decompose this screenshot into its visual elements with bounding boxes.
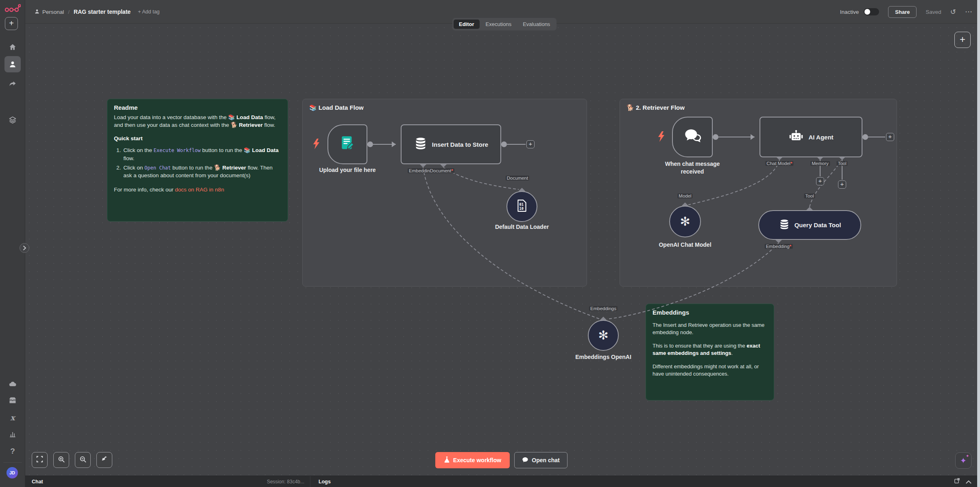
chat-panel-title: Chat (32, 479, 43, 485)
scrollbar[interactable] (977, 0, 980, 487)
port-label-document: Document (506, 176, 529, 180)
breadcrumb-project[interactable]: Personal (34, 9, 64, 15)
readme-more-info: For more info, check our docs on RAG in … (114, 186, 281, 193)
form-trigger-icon (339, 135, 356, 154)
saved-status: Saved (925, 9, 941, 15)
node-query-data-tool[interactable]: Query Data Tool (758, 210, 861, 240)
variables-icon: x (10, 413, 15, 422)
robot-icon (788, 129, 804, 145)
tab-evaluations[interactable]: Evaluations (517, 20, 555, 29)
binary-file-icon: 0110 (516, 199, 528, 214)
home-icon (9, 43, 17, 51)
bar-chart-icon (9, 430, 17, 438)
add-memory-button[interactable]: + (816, 177, 824, 185)
avatar[interactable]: JD (7, 467, 18, 478)
readme-title: Readme (107, 99, 288, 113)
sidebar-item-layers[interactable] (4, 112, 21, 128)
embeddings-sticky-note[interactable]: Embeddings The Insert and Retrieve opera… (646, 304, 774, 400)
embeddings-note-title: Embeddings (646, 304, 774, 318)
openai-icon: ✻ (598, 329, 608, 341)
open-chat-button[interactable]: Open chat (514, 452, 567, 468)
view-tabs: Editor Executions Evaluations (452, 18, 557, 30)
execute-workflow-button[interactable]: Execute workflow (435, 452, 510, 468)
rag-docs-link[interactable]: docs on RAG in n8n (175, 187, 224, 193)
zoom-in-button[interactable] (53, 452, 69, 468)
zoom-to-fit-button[interactable] (32, 452, 48, 468)
port-label-embeddings: Embeddings (589, 306, 618, 311)
node-caption: When chat message received (642, 160, 743, 176)
add-tool-button[interactable]: + (838, 180, 846, 189)
add-workflow-button[interactable]: + (5, 17, 18, 30)
dog-emoji: 🐕 (231, 122, 238, 128)
tidy-up-button[interactable] (96, 452, 112, 468)
sidebar-item-templates[interactable] (4, 392, 21, 409)
ai-assistant-button[interactable]: ✦✦ (955, 452, 971, 469)
embeddings-note-p3: Different embeddings might not work at a… (653, 363, 767, 378)
chat-bubble-icon (522, 457, 528, 464)
node-title: Insert Data to Store (432, 141, 488, 148)
database-icon (779, 219, 790, 232)
sidebar-item-help[interactable]: ? (4, 443, 21, 459)
logs-panel-header[interactable]: Logs (310, 479, 339, 485)
user-icon (34, 9, 40, 15)
zoom-in-icon (58, 456, 65, 465)
quick-start-heading: Quick start (114, 135, 143, 141)
add-connection-button[interactable]: + (886, 133, 894, 141)
node-upload-your-file-here[interactable] (327, 124, 367, 164)
port-label-chat-model: Chat Model* (765, 161, 793, 166)
box-icon (9, 396, 17, 404)
sidebar-item-variables[interactable]: x (4, 409, 21, 426)
node-caption: Default Data Loader (471, 224, 573, 230)
tab-editor[interactable]: Editor (454, 20, 480, 29)
node-insert-data-to-store[interactable]: Insert Data to Store (401, 124, 501, 164)
node-title: AI Agent (808, 134, 833, 141)
session-id: Session: 83c4b... (267, 479, 304, 485)
share-button[interactable]: Share (888, 6, 917, 18)
workflow-title[interactable]: RAG starter template (74, 9, 131, 15)
readme-sticky-note[interactable]: Readme Load your data into a vector data… (107, 99, 288, 222)
node-openai-chat-model[interactable]: ✻ (669, 206, 701, 237)
readme-step-1: 1. Click on the Execute Workflow button … (116, 146, 281, 162)
sidebar-item-shared[interactable] (4, 76, 21, 92)
app: + x ? JD (0, 0, 980, 487)
port-label-embedding-document: EmbeddinDocument* (408, 168, 454, 173)
sidebar-item-cloud[interactable] (4, 376, 21, 392)
add-connection-button[interactable]: + (526, 140, 535, 148)
database-icon (414, 137, 428, 152)
pop-out-icon[interactable] (954, 478, 960, 485)
port-label-tool: Tool (804, 193, 815, 198)
sidebar-item-personal[interactable] (4, 56, 21, 72)
expand-panel-button[interactable] (20, 243, 29, 253)
books-emoji: 📚 (309, 104, 317, 111)
node-title: Query Data Tool (794, 222, 841, 228)
tab-executions[interactable]: Executions (480, 20, 517, 29)
chevron-up-icon[interactable] (966, 478, 971, 485)
chat-panel-header[interactable]: Chat Session: 83c4b... (25, 479, 310, 485)
sidebar-item-insights[interactable] (4, 426, 21, 442)
readme-paragraph: Load your data into a vector database wi… (114, 113, 281, 129)
add-tag-button[interactable]: + Add tag (138, 9, 159, 15)
sidebar-item-home[interactable] (4, 39, 21, 55)
node-embeddings-openai[interactable]: ✻ (588, 320, 619, 351)
openai-icon: ✻ (680, 215, 690, 228)
trigger-lightning-icon (657, 131, 665, 143)
sparkles-icon: ✦✦ (960, 456, 967, 465)
node-default-data-loader[interactable]: 0110 (506, 191, 537, 222)
embeddings-note-p2: This is to ensure that they are using th… (653, 342, 767, 357)
books-emoji: 📚 (228, 114, 235, 120)
zoom-out-button[interactable] (75, 452, 91, 468)
svg-text:10: 10 (519, 207, 524, 211)
n8n-logo-icon[interactable] (4, 3, 21, 15)
retriever-flow-title: 2. Retriever Flow (636, 104, 685, 111)
activate-toggle[interactable] (864, 8, 879, 15)
node-ai-agent[interactable]: AI Agent (760, 117, 862, 157)
add-node-button[interactable]: + (954, 32, 971, 48)
broom-icon (101, 456, 108, 465)
books-emoji: 📚 (244, 147, 251, 153)
trigger-lightning-icon (312, 139, 320, 151)
history-icon[interactable]: ↺ (950, 8, 956, 16)
port-label-model: Model (677, 193, 692, 198)
more-menu-icon[interactable]: ⋯ (965, 7, 973, 16)
node-when-chat-message-received[interactable] (672, 117, 713, 157)
cloud-icon (9, 380, 17, 388)
